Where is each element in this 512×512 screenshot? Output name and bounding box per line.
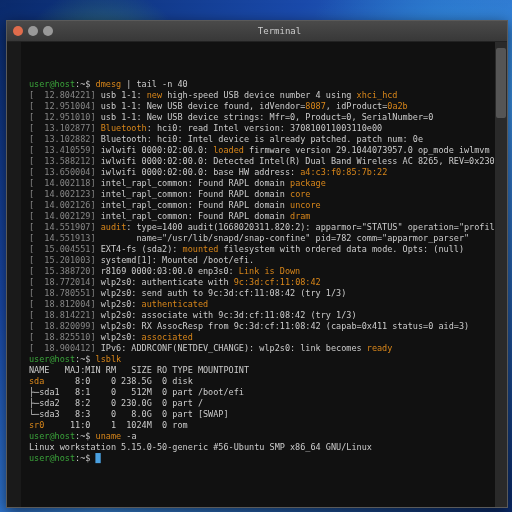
terminal-line: [ 15.388720] r8169 0000:03:00.0 enp3s0: …	[29, 266, 501, 277]
terminal-line: user@host:~$ █	[29, 453, 501, 464]
terminal-line: user@host:~$ dmesg | tail -n 40	[29, 79, 501, 90]
terminal-viewport[interactable]: user@host:~$ dmesg | tail -n 40[ 12.8042…	[7, 42, 507, 507]
terminal-line: [ 14.551913] name="/usr/lib/snapd/snap-c…	[29, 233, 501, 244]
terminal-line: NAME MAJ:MIN RM SIZE RO TYPE MOUNTPOINT	[29, 365, 501, 376]
terminal-line: Linux workstation 5.15.0-50-generic #56-…	[29, 442, 501, 453]
terminal-line: ├─sda2 8:2 0 230.0G 0 part /	[29, 398, 501, 409]
terminal-line: [ 18.900412] IPv6: ADDRCONF(NETDEV_CHANG…	[29, 343, 501, 354]
terminal-line: [ 14.002129] intel_rapl_common: Found RA…	[29, 211, 501, 222]
terminal-line: [ 12.951010] usb 1-1: New USB device str…	[29, 112, 501, 123]
terminal-line: [ 18.825510] wlp2s0: associated	[29, 332, 501, 343]
terminal-line: [ 14.002126] intel_rapl_common: Found RA…	[29, 200, 501, 211]
terminal-line: [ 18.772014] wlp2s0: authenticate with 9…	[29, 277, 501, 288]
terminal-line: [ 15.004551] EXT4-fs (sda2): mounted fil…	[29, 244, 501, 255]
terminal-line: [ 14.002118] intel_rapl_common: Found RA…	[29, 178, 501, 189]
terminal-line: sr0 11:0 1 1024M 0 rom	[29, 420, 501, 431]
terminal-line: [ 14.551907] audit: type=1400 audit(1668…	[29, 222, 501, 233]
terminal-line: [ 13.650004] iwlwifi 0000:02:00.0: base …	[29, 167, 501, 178]
titlebar[interactable]: Terminal	[7, 21, 507, 42]
terminal-line: [ 18.814221] wlp2s0: associate with 9c:3…	[29, 310, 501, 321]
terminal-line: user@host:~$ lsblk	[29, 354, 501, 365]
window-title: Terminal	[258, 26, 301, 36]
gutter	[7, 42, 21, 507]
terminal-window: Terminal user@host:~$ dmesg | tail -n 40…	[6, 20, 508, 508]
terminal-output: user@host:~$ dmesg | tail -n 40[ 12.8042…	[29, 79, 501, 464]
terminal-line: [ 12.951004] usb 1-1: New USB device fou…	[29, 101, 501, 112]
terminal-line: sda 8:0 0 238.5G 0 disk	[29, 376, 501, 387]
scrollbar-thumb[interactable]	[496, 48, 506, 118]
terminal-line: [ 13.102877] Bluetooth: hci0: read Intel…	[29, 123, 501, 134]
terminal-line: user@host:~$ uname -a	[29, 431, 501, 442]
maximize-icon[interactable]	[43, 26, 53, 36]
terminal-line: [ 14.002123] intel_rapl_common: Found RA…	[29, 189, 501, 200]
terminal-line: [ 13.588212] iwlwifi 0000:02:00.0: Detec…	[29, 156, 501, 167]
terminal-line: [ 12.804221] usb 1-1: new high-speed USB…	[29, 90, 501, 101]
terminal-line: [ 18.820099] wlp2s0: RX AssocResp from 9…	[29, 321, 501, 332]
minimize-icon[interactable]	[28, 26, 38, 36]
terminal-line: [ 13.102882] Bluetooth: hci0: Intel devi…	[29, 134, 501, 145]
scrollbar-track[interactable]	[495, 42, 507, 507]
terminal-line: ├─sda1 8:1 0 512M 0 part /boot/efi	[29, 387, 501, 398]
terminal-line: [ 18.812004] wlp2s0: authenticated	[29, 299, 501, 310]
terminal-line: [ 18.780551] wlp2s0: send auth to 9c:3d:…	[29, 288, 501, 299]
terminal-line: └─sda3 8:3 0 8.0G 0 part [SWAP]	[29, 409, 501, 420]
close-icon[interactable]	[13, 26, 23, 36]
desktop-wallpaper: Terminal user@host:~$ dmesg | tail -n 40…	[0, 0, 512, 512]
terminal-line: [ 13.410559] iwlwifi 0000:02:00.0: loade…	[29, 145, 501, 156]
terminal-line: [ 15.201003] systemd[1]: Mounted /boot/e…	[29, 255, 501, 266]
